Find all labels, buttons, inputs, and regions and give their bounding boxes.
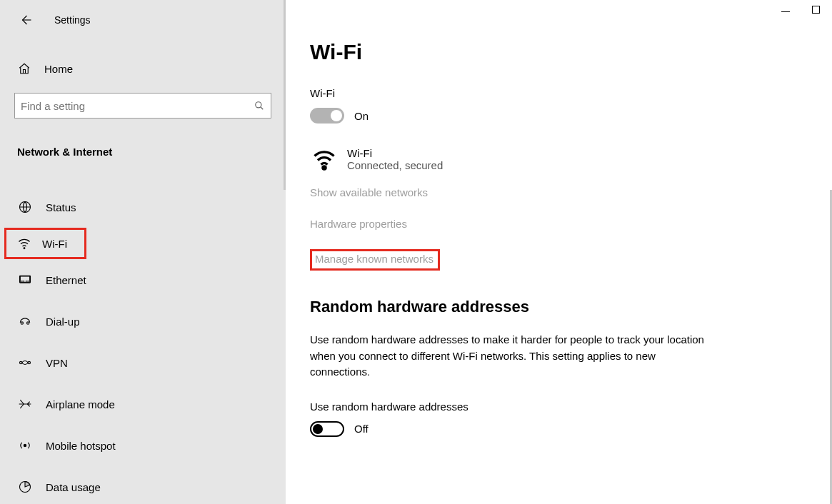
window-controls (781, 4, 821, 14)
dialup-icon (17, 313, 33, 329)
nav-list: Status Wi-Fi Ethernet Dial-up (0, 186, 286, 504)
search-icon (254, 100, 265, 111)
sidebar-item-label: Mobile hotspot (46, 440, 116, 452)
home-label: Home (44, 63, 73, 75)
sidebar-item-label: Airplane mode (46, 398, 115, 410)
svg-point-9 (24, 444, 26, 446)
link-manage-known-networks[interactable]: Manage known networks (315, 253, 433, 265)
svg-rect-3 (20, 276, 31, 283)
wifi-network-status: Connected, secured (347, 159, 443, 171)
link-hardware-properties[interactable]: Hardware properties (310, 218, 407, 230)
svg-point-7 (20, 361, 22, 363)
wifi-toggle-state: On (354, 110, 369, 122)
svg-point-11 (323, 166, 326, 169)
svg-point-5 (21, 322, 23, 324)
vpn-icon (17, 355, 33, 371)
wifi-toggle[interactable] (310, 108, 344, 124)
minimize-button[interactable] (781, 4, 791, 14)
random-addresses-heading: Random hardware addresses (310, 298, 803, 316)
sidebar-item-datausage[interactable]: Data usage (0, 466, 286, 504)
hotspot-icon (17, 438, 33, 453)
sidebar-item-label: Wi-Fi (42, 238, 67, 250)
wifi-network-row[interactable]: Wi-Fi Connected, secured (310, 145, 803, 173)
ethernet-icon (17, 272, 33, 288)
wifi-toggle-label: Wi-Fi (310, 87, 803, 99)
sidebar-item-label: Dial-up (46, 316, 80, 328)
search-box[interactable] (14, 93, 271, 119)
page-title: Wi-Fi (310, 40, 803, 64)
sidebar-item-label: VPN (46, 357, 68, 369)
sidebar: Settings Home Network & Internet Status (0, 0, 286, 504)
sidebar-home[interactable]: Home (0, 54, 286, 83)
back-button[interactable] (17, 11, 34, 29)
wifi-signal-icon (310, 145, 339, 173)
sidebar-item-vpn[interactable]: VPN (0, 342, 286, 383)
sidebar-item-label: Ethernet (46, 274, 86, 286)
sidebar-item-ethernet[interactable]: Ethernet (0, 259, 286, 301)
sidebar-item-hotspot[interactable]: Mobile hotspot (0, 425, 286, 466)
status-icon (17, 199, 33, 215)
random-toggle-label: Use random hardware addresses (310, 400, 803, 413)
wifi-network-name: Wi-Fi (347, 147, 443, 159)
sidebar-item-label: Status (46, 201, 76, 213)
sidebar-item-label: Data usage (46, 481, 101, 493)
sidebar-item-dialup[interactable]: Dial-up (0, 301, 286, 342)
wifi-icon (16, 236, 32, 251)
sidebar-item-status[interactable]: Status (0, 186, 286, 228)
random-addresses-toggle[interactable] (310, 421, 344, 437)
link-show-available-networks[interactable]: Show available networks (310, 186, 428, 198)
svg-point-6 (27, 322, 29, 324)
main-content: Wi-Fi Wi-Fi On Wi-Fi Connected, secured … (286, 0, 832, 504)
link-manage-known-networks-highlight: Manage known networks (310, 249, 440, 271)
airplane-icon (17, 396, 33, 412)
random-addresses-desc: Use random hardware addresses to make it… (310, 332, 710, 380)
svg-point-2 (24, 248, 25, 249)
svg-point-0 (256, 102, 261, 108)
sidebar-item-wifi[interactable]: Wi-Fi (4, 228, 86, 259)
sidebar-item-airplane[interactable]: Airplane mode (0, 383, 286, 425)
search-input[interactable] (21, 100, 254, 112)
maximize-button[interactable] (811, 4, 821, 14)
app-title: Settings (54, 14, 91, 26)
datausage-icon (17, 479, 33, 495)
home-icon (17, 62, 31, 75)
svg-point-8 (28, 361, 30, 363)
sidebar-section-title: Network & Internet (0, 146, 286, 158)
random-toggle-state: Off (354, 423, 369, 435)
